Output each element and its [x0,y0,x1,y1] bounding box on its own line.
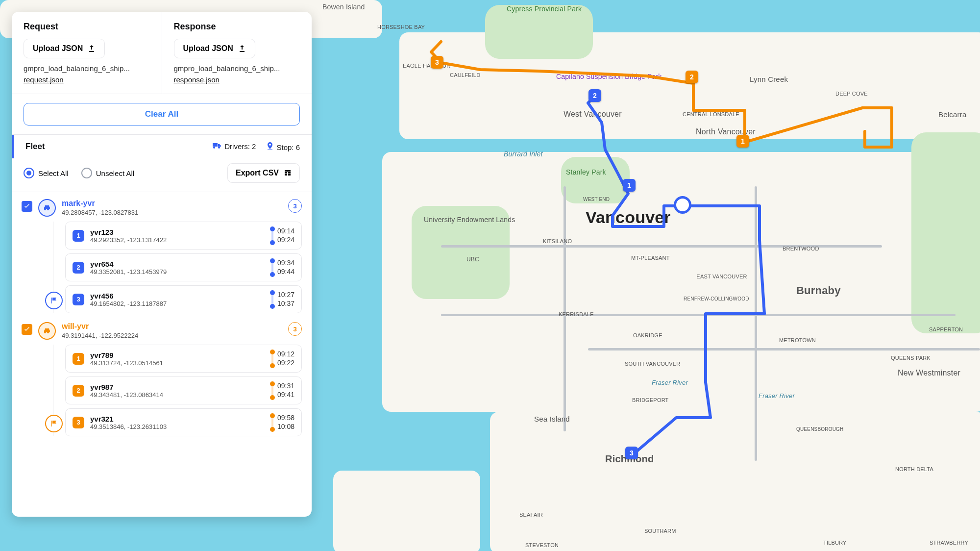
stop-depart: 10:08 [277,423,294,431]
stop-name: yvr987 [90,383,163,391]
upload-icon [238,45,246,52]
stop-arrive: 09:31 [277,382,294,391]
map-label: QUEENSBOROUGH [796,426,844,432]
map-marker-blue[interactable]: 2 [588,89,601,102]
map-label: NORTH DELTA [895,466,933,472]
time-bar [271,260,273,275]
request-file-link[interactable]: request.json [24,75,150,84]
map-label: West Vancouver [564,110,622,119]
map-label: WEST END [583,197,610,202]
time-bar [271,228,273,243]
stop-item[interactable]: 1yvr12349.2923352, -123.131742209:1409:2… [65,222,302,250]
unselect-all-radio[interactable]: Unselect All [81,168,134,178]
stop-number: 1 [73,230,84,242]
request-title: Request [24,22,150,32]
map-label: KERRISDALE [559,311,594,317]
driver-coords: 49.2808457, -123.0827831 [62,209,138,216]
map-label: New Westminster [898,369,971,377]
stop-name: yvr456 [90,292,167,300]
export-csv-button[interactable]: Export CSV [227,163,300,183]
response-title: Response [174,22,300,32]
stop-item[interactable]: 1yvr78949.313724, -123.051456109:1209:22 [65,345,302,373]
map-label: CENTRAL LONSDALE [683,111,739,117]
response-file-link[interactable]: response.json [174,75,300,84]
driver-stop-count: 3 [288,322,302,336]
stop-depart: 09:41 [277,391,294,400]
fleet-header: Fleet Drivers: 2 Stop: 6 [12,135,312,158]
stop-item[interactable]: 2yvr98749.343481, -123.086341409:3109:41 [65,376,302,404]
select-row: Select All Unselect All Export CSV [12,158,312,192]
driver-name[interactable]: will-yvr [62,322,138,331]
map-marker-orange[interactable]: 2 [686,71,698,83]
map-label: HORSESHOE BAY [377,24,425,30]
stop-coords: 49.1654802, -123.1187887 [90,300,167,307]
response-column: Response Upload JSON gmpro_load_balancin… [162,12,312,94]
driver-name[interactable]: mark-yvr [62,199,138,208]
map-label: SEAFAIR [519,512,543,518]
map-label: EAST VANCOUVER [695,274,749,279]
stop-name: yvr123 [90,228,167,236]
map-marker-orange[interactable]: 3 [431,56,443,69]
map-marker-blue[interactable]: 1 [623,179,636,192]
driver-checkbox[interactable] [22,324,32,335]
stops-list: 1yvr78949.313724, -123.051456109:1209:22… [53,345,302,436]
drivers-stat: Drivers: 2 [213,142,256,151]
end-flag-icon [45,415,63,432]
stop-arrive: 09:58 [277,414,294,423]
upload-response-button[interactable]: Upload JSON [174,39,255,58]
map-label: Capilano Suspension Bridge Park [556,73,644,80]
stop-name: yvr654 [90,260,167,268]
stop-item[interactable]: 2yvr65449.3352081, -123.145397909:3409:4… [65,253,302,281]
end-flag-icon [45,292,63,309]
stop-number: 3 [73,294,84,305]
map-marker-blue[interactable]: 3 [625,447,638,459]
map-label: CAULFEILD [450,72,480,78]
stop-coords: 49.313724, -123.0514561 [90,359,163,367]
table-icon [284,169,292,177]
map-city-label: Vancouver [586,208,671,227]
time-bar [271,292,273,307]
stop-arrive: 09:12 [277,350,294,359]
map-label: BRENTWOOD [783,246,819,251]
map-label: STEVESTON [525,542,559,548]
driver-coords: 49.3191441, -122.9522224 [62,332,138,339]
map-label: KITSILANO [543,238,572,244]
origin-marker [674,196,691,214]
driver-checkbox[interactable] [22,201,32,212]
driver-mark-yvr: mark-yvr49.2808457, -123.082783131yvr123… [22,199,302,313]
map-label: METROTOWN [779,337,816,343]
request-file-desc: gmpro_load_balancing_6_ship... [24,64,150,73]
stop-arrive: 10:27 [277,291,294,300]
stops-stat: Stop: 6 [267,142,300,151]
time-bar [271,415,273,430]
map-marker-orange[interactable]: 1 [736,135,749,148]
stop-coords: 49.343481, -123.0863414 [90,391,163,399]
map-label: Fraser River [652,379,688,386]
select-all-radio[interactable]: Select All [24,168,69,178]
upload-response-label: Upload JSON [183,44,233,53]
map-label: Fraser River [759,392,795,400]
stop-item[interactable]: 3yvr45649.1654802, -123.118788710:2710:3… [65,285,302,313]
stops-list: 1yvr12349.2923352, -123.131742209:1409:2… [53,222,302,313]
app-root: Bowen Island HORSESHOE BAY EAGLE HARBOUR… [0,0,980,551]
stop-item[interactable]: 3yvr32149.3513846, -123.263110309:5810:0… [65,408,302,436]
stop-number: 2 [73,385,84,397]
stop-arrive: 09:14 [277,227,294,236]
map-label: QUEENS PARK [891,355,931,361]
stop-number: 3 [73,417,84,428]
stop-depart: 09:44 [277,268,294,276]
fleet-stats: Drivers: 2 Stop: 6 [213,142,300,151]
clear-all-button[interactable]: Clear All [24,103,300,125]
drivers-list: mark-yvr49.2808457, -123.082783131yvr123… [12,192,312,517]
request-column: Request Upload JSON gmpro_load_balancing… [12,12,162,94]
map-label: SAPPERTON [929,326,963,332]
stop-depart: 09:22 [277,359,294,368]
stop-number: 2 [73,262,84,274]
map-label: MT-PLEASANT [631,255,670,261]
map-label: SOUTH VANCOUVER [625,361,679,367]
map-label: Bowen Island [322,3,365,11]
stop-name: yvr789 [90,351,163,359]
upload-request-button[interactable]: Upload JSON [24,39,105,58]
map-label: Sea Island [534,415,570,423]
car-icon [38,322,56,340]
